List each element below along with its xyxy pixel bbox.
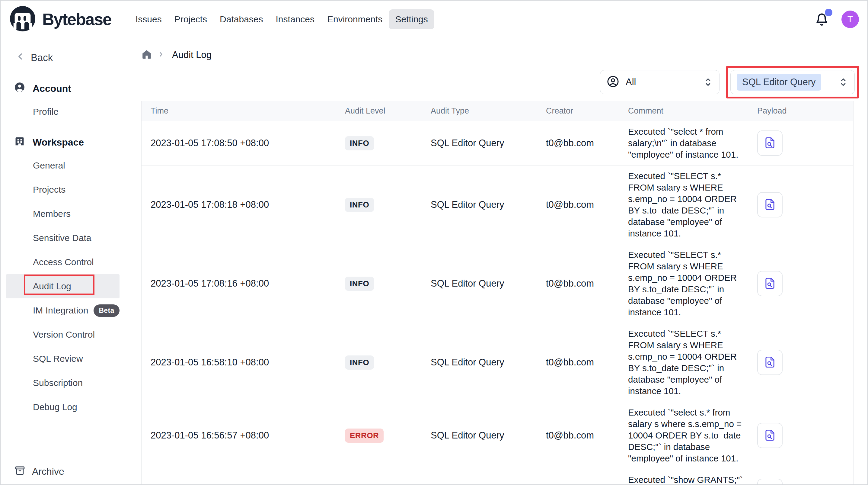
- sidebar-item-label: Members: [33, 209, 71, 219]
- main-nav: IssuesProjectsDatabasesInstancesEnvironm…: [129, 9, 434, 29]
- nav-item-instances[interactable]: Instances: [270, 9, 321, 29]
- notifications-button[interactable]: [815, 12, 829, 27]
- nav-item-issues[interactable]: Issues: [129, 9, 168, 29]
- sidebar-item-sql-review[interactable]: SQL Review: [1, 347, 125, 371]
- sidebar-item-archive[interactable]: Archive: [1, 458, 125, 485]
- view-payload-button[interactable]: [757, 271, 783, 296]
- audit-level-cell: INFO: [336, 136, 422, 150]
- comment-cell: Executed `"select s.* from salary s wher…: [619, 407, 748, 464]
- creator-cell: t0@bb.com: [537, 357, 619, 368]
- breadcrumb-current: Audit Log: [172, 50, 212, 60]
- table-row: 2023-01-05 13:32:52 +08:00 INFO SQL Edit…: [142, 469, 853, 485]
- notification-dot: [825, 9, 832, 16]
- bell-icon: [815, 23, 829, 28]
- file-search-icon: [764, 137, 776, 150]
- audit-level-cell: ERROR: [336, 429, 422, 443]
- table-header-row: TimeAudit LevelAudit TypeCreatorCommentP…: [142, 101, 853, 121]
- breadcrumb: Audit Log: [141, 48, 854, 62]
- archive-label: Archive: [32, 466, 64, 477]
- audit-type-filter-value: SQL Editor Query: [737, 74, 821, 91]
- brand[interactable]: Bytebase: [10, 6, 126, 33]
- view-payload-button[interactable]: [757, 192, 783, 218]
- audit-level-cell: INFO: [336, 355, 422, 370]
- view-payload-button[interactable]: [757, 131, 783, 156]
- table-body: 2023-01-05 17:08:50 +08:00 INFO SQL Edit…: [142, 121, 853, 485]
- nav-item-databases[interactable]: Databases: [213, 9, 269, 29]
- level-badge: INFO: [345, 355, 374, 370]
- creator-cell: t0@bb.com: [537, 430, 619, 441]
- audit-type-filter-select[interactable]: SQL Editor Query: [731, 70, 855, 94]
- select-chevrons-icon: [838, 77, 848, 87]
- time-cell: 2023-01-05 17:08:18 +08:00: [142, 199, 336, 210]
- view-payload-button[interactable]: [757, 479, 783, 485]
- creator-cell: t0@bb.com: [537, 278, 619, 289]
- time-cell: 2023-01-05 17:08:50 +08:00: [142, 138, 336, 149]
- file-search-icon: [764, 429, 776, 443]
- sidebar-item-subscription[interactable]: Subscription: [1, 371, 125, 395]
- annotation-box-type-filter: SQL Editor Query: [726, 66, 859, 98]
- payload-cell: [748, 479, 853, 485]
- creator-filter-select[interactable]: All: [600, 70, 719, 94]
- sidebar-item-version-control[interactable]: Version Control: [1, 322, 125, 347]
- creator-filter-value: All: [626, 77, 636, 88]
- level-badge: INFO: [345, 198, 374, 212]
- beta-badge: Beta: [94, 305, 119, 317]
- sidebar-item-label: Profile: [33, 107, 59, 117]
- avatar[interactable]: T: [841, 10, 859, 28]
- chevron-left-icon: [15, 51, 25, 64]
- payload-cell: [748, 131, 853, 156]
- sidebar-item-debug-log[interactable]: Debug Log: [1, 395, 125, 419]
- main-content: Audit Log All: [125, 38, 867, 485]
- payload-cell: [748, 271, 853, 296]
- payload-cell: [748, 423, 853, 448]
- sidebar-item-profile[interactable]: Profile: [1, 99, 125, 124]
- time-cell: 2023-01-05 16:58:10 +08:00: [142, 357, 336, 368]
- sidebar-item-members[interactable]: Members: [1, 202, 125, 226]
- account-items: Profile: [1, 99, 125, 124]
- table-row: 2023-01-05 17:08:18 +08:00 INFO SQL Edit…: [142, 166, 853, 244]
- audit-type-cell: SQL Editor Query: [422, 357, 537, 368]
- payload-cell: [748, 192, 853, 218]
- nav-item-projects[interactable]: Projects: [168, 9, 213, 29]
- sidebar-item-general[interactable]: General: [1, 153, 125, 177]
- user-circle-icon: [14, 82, 25, 95]
- home-icon[interactable]: [141, 49, 152, 61]
- table-row: 2023-01-05 16:58:10 +08:00 INFO SQL Edit…: [142, 323, 853, 402]
- user-circle-outline-icon: [606, 75, 620, 89]
- sidebar-item-label: Access Control: [33, 257, 94, 267]
- settings-sidebar: Back Account Profile: [1, 38, 125, 485]
- sidebar-item-im-integration[interactable]: IM IntegrationBeta: [1, 298, 125, 322]
- column-header-time: Time: [142, 106, 336, 116]
- section-header-account: Account: [14, 82, 125, 95]
- brand-name: Bytebase: [42, 10, 112, 29]
- time-cell: 2023-01-05 16:56:57 +08:00: [142, 430, 336, 441]
- view-payload-button[interactable]: [757, 350, 783, 375]
- nav-item-settings[interactable]: Settings: [389, 9, 434, 29]
- audit-type-cell: SQL Editor Query: [422, 199, 537, 210]
- select-chevrons-icon: [703, 77, 713, 87]
- column-header-creator: Creator: [537, 106, 619, 116]
- file-search-icon: [764, 198, 776, 212]
- sidebar-item-audit-log[interactable]: Audit Log: [6, 274, 120, 298]
- audit-log-table: TimeAudit LevelAudit TypeCreatorCommentP…: [141, 101, 854, 485]
- audit-type-cell: SQL Editor Query: [422, 138, 537, 149]
- section-header-workspace: Workspace: [14, 135, 125, 149]
- section-title: Account: [33, 83, 71, 94]
- filter-bar: All SQL Editor Query: [141, 65, 854, 99]
- creator-cell: t0@bb.com: [537, 199, 619, 210]
- workspace-items: GeneralProjectsMembersSensitive DataAcce…: [1, 153, 125, 419]
- sidebar-item-sensitive-data[interactable]: Sensitive Data: [1, 226, 125, 250]
- sidebar-item-access-control[interactable]: Access Control: [1, 250, 125, 274]
- file-search-icon: [764, 277, 776, 290]
- chevron-right-icon: [157, 51, 165, 59]
- nav-item-environments[interactable]: Environments: [321, 9, 389, 29]
- archive-icon: [14, 465, 25, 478]
- view-payload-button[interactable]: [757, 423, 783, 448]
- sidebar-item-projects[interactable]: Projects: [1, 177, 125, 202]
- time-cell: 2023-01-05 17:08:16 +08:00: [142, 278, 336, 289]
- sidebar-item-label: Audit Log: [33, 281, 71, 291]
- comment-cell: Executed `"SELECT s.* FROM salary s WHER…: [619, 328, 748, 397]
- top-nav: Bytebase IssuesProjectsDatabasesInstance…: [1, 1, 867, 38]
- back-button[interactable]: Back: [15, 51, 125, 64]
- column-header-audit-type: Audit Type: [422, 106, 537, 116]
